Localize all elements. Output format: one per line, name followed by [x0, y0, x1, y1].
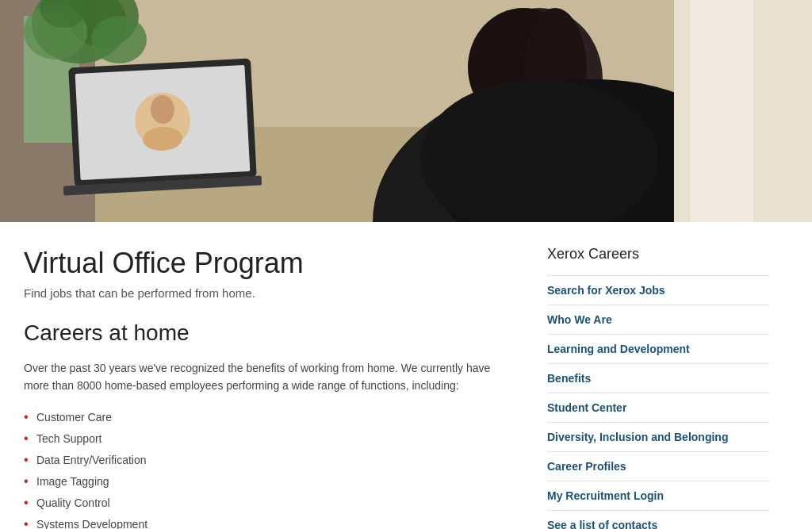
sidebar-nav-item[interactable]: Career Profiles — [547, 452, 769, 481]
body-text: Over the past 30 years we've recognized … — [24, 359, 515, 395]
sidebar-nav-item[interactable]: See a list of contacts — [547, 511, 769, 529]
page-title: Virtual Office Program — [24, 246, 515, 280]
svg-rect-24 — [690, 0, 753, 222]
page-subtitle: Find jobs that can be performed from hom… — [24, 286, 515, 300]
sidebar-nav-link[interactable]: See a list of contacts — [547, 511, 769, 529]
main-content: Virtual Office Program Find jobs that ca… — [0, 222, 812, 529]
list-item: Quality Control — [24, 493, 515, 514]
sidebar-nav-link[interactable]: Career Profiles — [547, 452, 769, 481]
list-item: Customer Care — [24, 407, 515, 428]
sidebar-nav-item[interactable]: Diversity, Inclusion and Belonging — [547, 423, 769, 452]
sidebar-nav-item[interactable]: My Recruitment Login — [547, 481, 769, 511]
bullet-list: Customer CareTech SupportData Entry/Veri… — [24, 407, 515, 529]
list-item: Image Tagging — [24, 471, 515, 493]
sidebar-nav-link[interactable]: My Recruitment Login — [547, 481, 769, 510]
right-column: Xerox Careers Search for Xerox JobsWho W… — [547, 246, 769, 529]
sidebar-nav-item[interactable]: Learning and Development — [547, 335, 769, 364]
list-item: Tech Support — [24, 428, 515, 450]
sidebar-nav-item[interactable]: Search for Xerox Jobs — [547, 275, 769, 305]
svg-point-8 — [91, 16, 147, 63]
sidebar-nav-item[interactable]: Who We Are — [547, 305, 769, 335]
section-heading: Careers at home — [24, 319, 515, 347]
sidebar-nav-link[interactable]: Diversity, Inclusion and Belonging — [547, 423, 769, 451]
sidebar-nav: Search for Xerox JobsWho We AreLearning … — [547, 275, 769, 529]
sidebar-nav-item[interactable]: Student Center — [547, 393, 769, 423]
hero-banner — [0, 0, 812, 222]
sidebar-nav-item[interactable]: Benefits — [547, 364, 769, 393]
left-column: Virtual Office Program Find jobs that ca… — [24, 246, 515, 529]
sidebar-title: Xerox Careers — [547, 246, 769, 263]
sidebar-nav-link[interactable]: Who We Are — [547, 305, 769, 334]
list-item: Systems Development — [24, 514, 515, 529]
list-item: Data Entry/Verification — [24, 450, 515, 471]
sidebar-nav-link[interactable]: Learning and Development — [547, 335, 769, 363]
sidebar-nav-link[interactable]: Search for Xerox Jobs — [547, 276, 769, 305]
sidebar-nav-link[interactable]: Student Center — [547, 393, 769, 422]
sidebar-nav-link[interactable]: Benefits — [547, 364, 769, 393]
